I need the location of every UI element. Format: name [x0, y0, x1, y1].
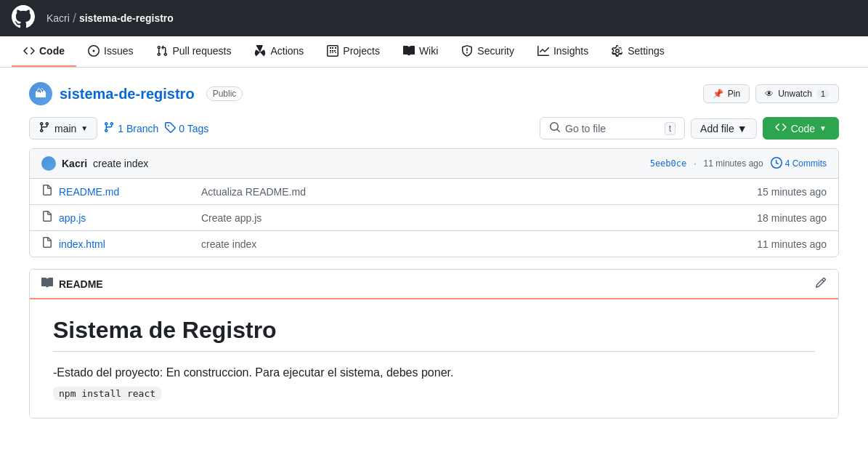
file-time: 11 minutes ago [757, 238, 827, 250]
commit-message[interactable]: create index [93, 158, 148, 169]
code-angle-icon [775, 121, 787, 135]
tab-issues-label: Issues [104, 45, 133, 57]
tab-pull-requests[interactable]: Pull requests [145, 36, 243, 67]
file-icon [41, 185, 53, 198]
repo-title-area: 🏔 sistema-de-registro Public [29, 82, 243, 105]
tab-projects-label: Projects [343, 45, 380, 57]
shortcut-key: t [665, 122, 676, 135]
branch-chevron-icon: ▼ [81, 124, 88, 132]
tag-icon [164, 121, 176, 135]
breadcrumb: Kacri / sistema-de-registro [46, 11, 174, 26]
settings-icon [612, 45, 623, 57]
repo-avatar: 🏔 [29, 82, 52, 105]
tab-actions-label: Actions [270, 45, 304, 57]
file-time: 15 minutes ago [757, 186, 827, 198]
commit-row: Kacri create index 5eeb0ce · 11 minutes … [30, 149, 838, 179]
breadcrumb-sep: / [73, 11, 76, 26]
repo-header: 🏔 sistema-de-registro Public 📌 Pin 👁 Unw… [29, 82, 839, 105]
projects-icon [327, 45, 338, 57]
file-name[interactable]: app.js [59, 212, 190, 224]
tab-insights[interactable]: Insights [526, 36, 600, 67]
file-time: 18 minutes ago [757, 212, 827, 224]
readme-title: README [59, 278, 103, 290]
code-btn-label: Code [791, 123, 815, 134]
readme-body: Sistema de Registro -Estado del proyecto… [30, 299, 838, 418]
commit-row-right: 5eeb0ce · 11 minutes ago 4 Commits [650, 157, 827, 171]
go-to-file-label: Go to file [565, 123, 606, 134]
tab-projects[interactable]: Projects [315, 36, 392, 67]
pin-icon: 📌 [713, 89, 723, 99]
tab-security-label: Security [477, 45, 514, 57]
commit-row-left: Kacri create index [41, 156, 148, 171]
search-icon [549, 121, 561, 135]
file-rows-container: README.md Actualiza README.md 15 minutes… [30, 179, 838, 257]
book-icon [41, 277, 53, 291]
go-to-file-button[interactable]: Go to file t [540, 117, 685, 140]
file-icon [41, 211, 53, 225]
readme-heading: Sistema de Registro [53, 317, 815, 352]
table-row: index.html create index 11 minutes ago [30, 231, 838, 257]
branch-name: main [54, 123, 76, 134]
file-table: Kacri create index 5eeb0ce · 11 minutes … [29, 148, 839, 257]
tab-wiki[interactable]: Wiki [392, 36, 450, 67]
readme-header: README [30, 270, 838, 299]
tab-wiki-label: Wiki [419, 45, 438, 57]
visibility-badge: Public [206, 86, 243, 101]
commit-author[interactable]: Kacri [62, 158, 87, 169]
pin-button[interactable]: 📌 Pin [703, 84, 750, 103]
security-icon [461, 45, 473, 57]
tab-code[interactable]: Code [12, 36, 76, 67]
branches-link[interactable]: 1 Branch [103, 121, 158, 135]
branches-icon [103, 121, 115, 135]
unwatch-count: 1 [816, 89, 830, 98]
readme-code-block: npm install react [53, 387, 161, 400]
code-icon [23, 45, 35, 57]
edit-icon[interactable] [815, 277, 827, 291]
pull-requests-icon [156, 45, 168, 57]
eye-icon: 👁 [765, 89, 774, 99]
main-content: 🏔 sistema-de-registro Public 📌 Pin 👁 Unw… [0, 68, 868, 433]
add-file-label: Add file [700, 123, 734, 134]
unwatch-label: Unwatch [778, 89, 812, 99]
pin-label: Pin [728, 89, 740, 99]
commit-avatar [41, 156, 56, 171]
tab-insights-label: Insights [553, 45, 588, 57]
add-file-button[interactable]: Add file ▼ [691, 118, 757, 139]
file-commit-msg: Actualiza README.md [190, 186, 757, 198]
breadcrumb-user[interactable]: Kacri [46, 12, 70, 24]
tab-issues[interactable]: Issues [76, 36, 145, 67]
unwatch-button[interactable]: 👁 Unwatch 1 [755, 84, 839, 103]
repo-actions: 📌 Pin 👁 Unwatch 1 [703, 84, 839, 103]
top-bar: Kacri / sistema-de-registro [0, 0, 868, 36]
insights-icon [538, 45, 549, 57]
readme-title-row: README [41, 277, 103, 291]
breadcrumb-repo[interactable]: sistema-de-registro [79, 12, 174, 24]
issues-icon [88, 45, 100, 57]
table-row: README.md Actualiza README.md 15 minutes… [30, 179, 838, 205]
commit-sha[interactable]: 5eeb0ce [650, 158, 687, 169]
tab-code-label: Code [39, 45, 65, 57]
file-controls: main ▼ 1 Branch 0 Tags Go to file t Add … [29, 117, 839, 140]
tags-link[interactable]: 0 Tags [164, 121, 208, 135]
file-icon [41, 237, 53, 251]
file-commit-msg: create index [190, 238, 757, 250]
branch-dropdown[interactable]: main ▼ [29, 117, 97, 140]
github-logo[interactable] [12, 5, 35, 32]
commit-sep: · [694, 158, 696, 169]
table-row: app.js Create app.js 18 minutes ago [30, 205, 838, 231]
code-button[interactable]: Code ▼ [763, 117, 839, 140]
branch-icon [38, 121, 50, 135]
commits-link[interactable]: 4 Commits [771, 157, 827, 171]
tab-security[interactable]: Security [450, 36, 526, 67]
repo-name[interactable]: sistema-de-registro [60, 86, 195, 102]
actions-icon [254, 45, 266, 57]
commits-count: 4 Commits [785, 158, 827, 169]
nav-tabs: Code Issues Pull requests Actions Projec… [0, 36, 868, 68]
wiki-icon [403, 45, 415, 57]
file-name[interactable]: index.html [59, 238, 190, 250]
file-name[interactable]: README.md [59, 186, 190, 198]
tab-settings[interactable]: Settings [600, 36, 676, 67]
branches-count: 1 Branch [118, 123, 158, 134]
tab-actions[interactable]: Actions [243, 36, 315, 67]
tab-pull-requests-label: Pull requests [172, 45, 231, 57]
